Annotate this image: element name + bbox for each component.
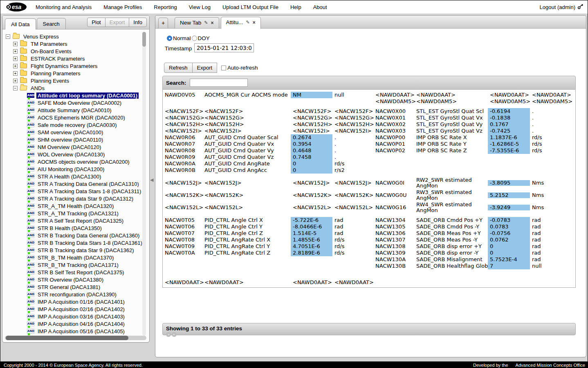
tree-item-str-a-tracking-data-general-daca1310[interactable]: ANDSTR A Tracking Data General (DACA1310… [2, 180, 149, 187]
tree-node-ands[interactable]: −ANDs [2, 84, 149, 92]
tree-item-imp-a-acquisition-05-16-daca1405[interactable]: ANDIMP A Acquisition 05/16 (DACA1405) [2, 327, 149, 335]
info-button[interactable]: Info [129, 18, 147, 27]
param-value-cell[interactable]: 0.0762 [488, 237, 530, 243]
param-value-cell[interactable]: -0.0783 [488, 217, 530, 224]
panel-collapse-icon[interactable]: ◀ [150, 177, 153, 183]
topnav-item-reporting[interactable]: Reporting [154, 4, 177, 10]
param-value-cell[interactable]: 5.2152 [488, 192, 530, 198]
tree-node-tm-parameters[interactable]: +TM Parameters [2, 40, 149, 47]
topnav-item-view-log[interactable]: View Log [189, 4, 211, 10]
param-value-cell[interactable]: -1.6286E-5 [488, 141, 530, 147]
param-value-cell[interactable]: 4.7051E-6 [291, 243, 332, 250]
tree-item-imp-a-acquisition-01-16-daca1401[interactable]: ANDIMP A Acquisition 01/16 (DACA1401) [2, 298, 149, 305]
expand-icon[interactable]: + [13, 79, 18, 83]
param-value-cell[interactable]: 0 [291, 160, 332, 167]
tree-item-imp-a-acquisition-03-16-daca1403[interactable]: ANDIMP A Acquisition 03/16 (DACA1403) [2, 313, 149, 320]
tree-item-attitude-summary-daca0010[interactable]: ANDAttitude Summary (DACA0010) [2, 106, 149, 114]
time-mode-option-normal[interactable]: Normal [167, 35, 191, 41]
tree-item-str-overview-daca1380[interactable]: ANDSTR Overview (DACA1380) [2, 276, 149, 283]
expand-icon[interactable]: + [13, 49, 18, 54]
tree-item-str-general-daca1381[interactable]: ANDSTR General (DACA1381) [2, 283, 149, 291]
tree-item-safe-mode-recovery-daca0030[interactable]: ANDSafe mode recovery (DACA0030) [2, 121, 149, 129]
tree-item-str-b-tracking-data-star-9-daca1362[interactable]: ANDSTR B Tracking data Star 9 (DACA1362) [2, 246, 149, 254]
next-page-button[interactable]: ► [172, 332, 177, 337]
topnav-item-help[interactable]: Help [290, 4, 301, 10]
prev-page-button[interactable]: ◄ [166, 332, 171, 337]
param-value-cell[interactable]: -3.9249 [488, 205, 530, 210]
param-value-cell[interactable]: -5.722E-6 [291, 217, 332, 224]
param-value-cell[interactable]: 1.4855E-6 [291, 237, 332, 243]
param-value-cell[interactable]: 5.7523E-4 [488, 256, 530, 263]
radio-icon[interactable] [167, 36, 172, 41]
tree-node-root[interactable]: −Venus Express [2, 33, 149, 40]
tree-node-flight-dynamics-parameters[interactable]: +Flight Dynamics Parameters [2, 62, 149, 70]
tree-item-aocs-ephemeris-mgr-daca0020[interactable]: ANDAOCS Ephemeris MGR (DACA0020) [2, 114, 149, 121]
param-value-cell[interactable]: -0.0756 [488, 230, 530, 237]
param-value-cell[interactable]: 0 [488, 250, 530, 256]
table-search-input[interactable] [190, 79, 248, 87]
tree-node-planning-parameters[interactable]: +Planning Parameters [2, 70, 149, 77]
tree-item-str-b-self-test-report-daca1375[interactable]: ANDSTR B Self Test Report (DACA1375) [2, 269, 149, 276]
param-value-cell[interactable]: 1.1837E-6 [488, 134, 530, 141]
param-value-cell[interactable]: 0.4648 [291, 147, 332, 154]
radio-icon[interactable] [192, 36, 197, 41]
tree-node-planning-events[interactable]: +Planning Events [2, 77, 149, 84]
topnav-item-monitoring-and-analysis[interactable]: Monitoring and Analysis [36, 4, 92, 10]
expand-icon[interactable]: + [13, 64, 18, 68]
param-value-cell[interactable]: 0.2674 [291, 134, 332, 141]
sidebar-tab-search[interactable]: Search [37, 18, 66, 29]
param-value-cell[interactable]: -0.6194 [488, 108, 530, 115]
param-value-cell[interactable]: 7 [488, 263, 530, 269]
time-mode-option-doy[interactable]: DOY [192, 35, 210, 41]
param-value-cell[interactable]: -0.1838 [488, 115, 530, 121]
param-value-cell[interactable]: 0.7458 [291, 154, 332, 160]
tree-item-imp-a-acquisition-04-16-daca1404[interactable]: ANDIMP A Acquisition 04/16 (DACA1404) [2, 320, 149, 327]
tab-new-tab[interactable]: New Tab✎× [175, 17, 219, 28]
param-value-cell[interactable]: 0 [488, 243, 530, 250]
tree-item-str-a-tracking-data-stars-1-8-daca1311[interactable]: ANDSTR A Tracking Data Stars 1-8 (DACA13… [2, 187, 149, 195]
logout-button[interactable]: Logout (admin) [540, 3, 584, 11]
tree-item-str-a-tm-health-daca1320[interactable]: ANDSTR_A_TM Health (DACA1320) [2, 202, 149, 210]
tree-item-str-a-self-test-report-daca1325[interactable]: ANDSTR A Self Test Report (DACA1325) [2, 217, 149, 224]
param-value-cell[interactable]: -0.7425 [488, 128, 530, 134]
tree-item-safe-mode-overview-daca0002[interactable]: ANDSAFE Mode Overview (DACA0002) [2, 99, 149, 106]
param-value-cell[interactable]: NM [291, 92, 332, 98]
add-tab-button[interactable]: + [158, 18, 168, 28]
tree-item-str-b-tracking-data-stars-1-8-daca1361[interactable]: ANDSTR B Tracking Data Stars 1-8 (DACA13… [2, 239, 149, 246]
tree-item-aocms-objects-overview-daca0200[interactable]: ANDAOCMS objects overview (DACA0200) [2, 158, 149, 165]
close-tab-icon[interactable]: × [253, 20, 256, 25]
param-value-cell[interactable]: 0.0783 [488, 224, 530, 230]
tree-hscroll-thumb[interactable] [6, 336, 128, 340]
tree-item-str-reconfiguration-daca1390[interactable]: ANDSTR reconfiguration (DACA1390) [2, 291, 149, 298]
tree-item-str-b-tm-tracking-daca1371[interactable]: ANDSTR_B_TM Tracking (DACA1371) [2, 261, 149, 269]
tree-item-nm-overview-daca0120[interactable]: ANDNM Overview (DACA0120) [2, 143, 149, 151]
export-button[interactable]: Export [192, 63, 218, 73]
tree-item-imp-a-acquisition-02-16-daca1402[interactable]: ANDIMP A Acquisition 02/16 (DACA1402) [2, 305, 149, 313]
topnav-item-upload-ltm-output-file[interactable]: Upload LTM Output File [222, 4, 278, 10]
param-value-cell[interactable]: 1.514E-5 [291, 230, 332, 237]
tree-vertical-scrollbar[interactable] [142, 32, 146, 336]
expand-icon[interactable]: + [13, 56, 18, 61]
collapse-icon[interactable]: − [6, 34, 10, 39]
expand-icon[interactable]: + [13, 71, 18, 76]
tree-item-aiu-monitoring-daca1200[interactable]: ANDAIU Monitoring (DACA1200) [2, 165, 149, 173]
topnav-item-manage-profiles[interactable]: Manage Profiles [103, 4, 142, 10]
param-value-cell[interactable]: -8.0466E-6 [291, 224, 332, 230]
tree-item-str-b-tracking-data-general-daca1360[interactable]: ANDSTR B Tracking Data General (DACA1360… [2, 232, 149, 239]
close-tab-icon[interactable]: × [211, 21, 214, 25]
tree-item-attitude-ctrl-loop-summary-daca0001[interactable]: ANDAttitude ctrl loop summary (DACA0001) [2, 92, 149, 99]
developer-office-link[interactable]: Advanced Mission Concepts Office [516, 363, 585, 368]
rename-tab-icon[interactable]: ✎ [204, 20, 208, 25]
tree-item-shm-overview-daca0110[interactable]: ANDSHM overview (DACA0110) [2, 136, 149, 143]
timestamp-input[interactable] [194, 43, 254, 52]
tree-item-sam-overview-daca0100[interactable]: ANDSAM overview (DACA0100) [2, 129, 149, 136]
tree-horizontal-scrollbar[interactable] [5, 336, 146, 340]
tree-item-wol-overview-daca0130[interactable]: ANDWOL Overview (DACA0130) [2, 151, 149, 158]
expand-icon[interactable]: + [13, 42, 18, 46]
tree-node-on-board-events[interactable]: +On-Board Events [2, 47, 149, 55]
refresh-button[interactable]: Refresh [164, 63, 193, 73]
tree-item-str-a-tm-tracking-daca1321[interactable]: ANDSTR_A_TM Tracking (DACA1321) [2, 210, 149, 217]
tree-vscroll-thumb[interactable] [142, 32, 146, 47]
tree-item-str-a-health-daca1300[interactable]: ANDSTR A Health (DACA1300) [2, 173, 149, 180]
param-value-cell[interactable]: 2.8189E-6 [291, 250, 332, 256]
